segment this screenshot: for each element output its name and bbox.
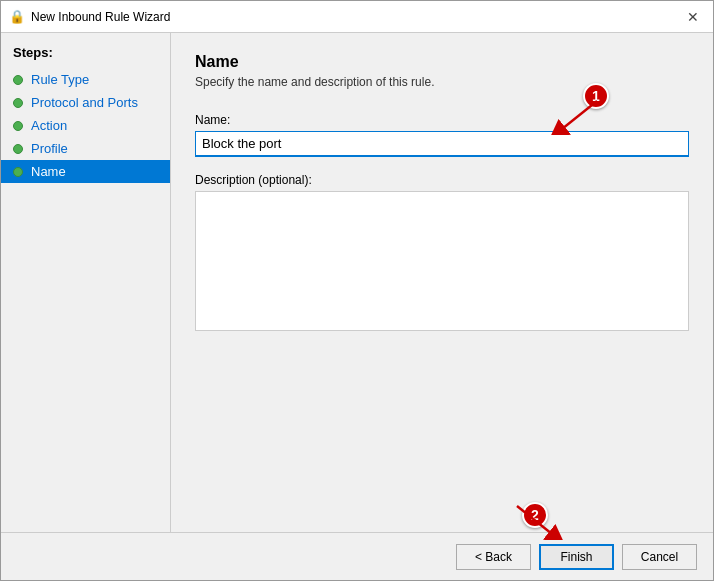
window-icon: 🔒	[9, 9, 25, 25]
desc-textarea[interactable]	[195, 191, 689, 331]
page-title: Name	[195, 53, 689, 71]
name-input-wrapper: 1	[195, 131, 689, 157]
form-section: Name: 1	[195, 113, 689, 512]
sidebar-item-rule-type[interactable]: Rule Type	[1, 68, 170, 91]
sidebar-label-action: Action	[31, 118, 67, 133]
sidebar-label-rule-type: Rule Type	[31, 72, 89, 87]
step-dot-protocol-ports	[13, 98, 23, 108]
finish-button[interactable]: Finish	[539, 544, 614, 570]
cancel-button[interactable]: Cancel	[622, 544, 697, 570]
close-button[interactable]: ✕	[681, 5, 705, 29]
desc-field-wrapper: Description (optional):	[195, 173, 689, 334]
sidebar: Steps: Rule Type Protocol and Ports Acti…	[1, 33, 171, 532]
page-subtitle: Specify the name and description of this…	[195, 75, 689, 89]
window-title: New Inbound Rule Wizard	[31, 10, 681, 24]
desc-label: Description (optional):	[195, 173, 689, 187]
step-dot-name	[13, 167, 23, 177]
step-dot-rule-type	[13, 75, 23, 85]
sidebar-item-name[interactable]: Name	[1, 160, 170, 183]
title-bar: 🔒 New Inbound Rule Wizard ✕	[1, 1, 713, 33]
sidebar-label-name: Name	[31, 164, 66, 179]
content-area: Steps: Rule Type Protocol and Ports Acti…	[1, 33, 713, 532]
wizard-window: 🔒 New Inbound Rule Wizard ✕ Steps: Rule …	[0, 0, 714, 581]
name-field-wrapper: Name: 1	[195, 113, 689, 173]
name-label: Name:	[195, 113, 689, 127]
footer: 2 < Back Finish Cancel	[1, 532, 713, 580]
steps-label: Steps:	[1, 45, 170, 68]
sidebar-label-protocol-ports: Protocol and Ports	[31, 95, 138, 110]
back-button[interactable]: < Back	[456, 544, 531, 570]
sidebar-item-action[interactable]: Action	[1, 114, 170, 137]
step-dot-action	[13, 121, 23, 131]
name-input[interactable]	[195, 131, 689, 157]
main-panel: Name Specify the name and description of…	[171, 33, 713, 532]
sidebar-item-profile[interactable]: Profile	[1, 137, 170, 160]
step-dot-profile	[13, 144, 23, 154]
sidebar-label-profile: Profile	[31, 141, 68, 156]
sidebar-item-protocol-ports[interactable]: Protocol and Ports	[1, 91, 170, 114]
